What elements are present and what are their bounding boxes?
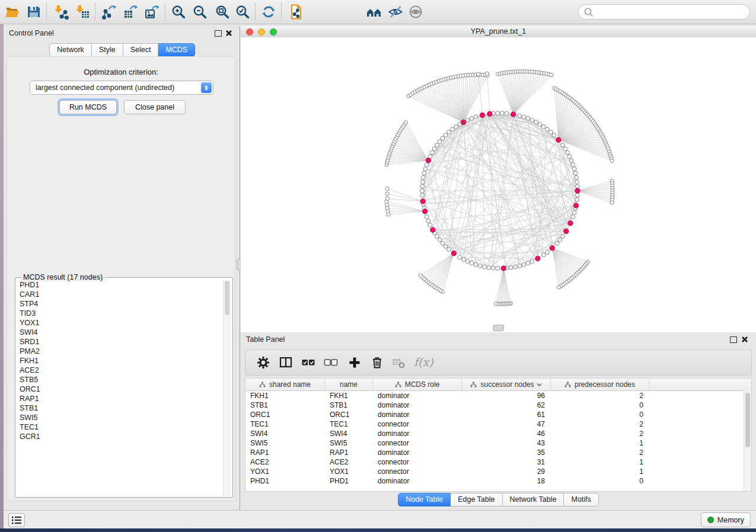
graph-node[interactable] <box>496 267 500 271</box>
graph-node[interactable] <box>428 223 432 227</box>
memory-button[interactable]: Memory <box>701 512 751 527</box>
graph-node[interactable] <box>385 192 389 196</box>
hide-selected-icon[interactable] <box>388 4 403 20</box>
graph-node[interactable] <box>441 136 445 140</box>
open-file-icon[interactable] <box>5 4 20 20</box>
toggle-columns-icon[interactable] <box>279 355 293 370</box>
table-row[interactable]: ACE2ACE2connector311 <box>245 457 751 467</box>
graph-node[interactable] <box>435 235 439 239</box>
tab-network[interactable]: Network <box>49 43 92 57</box>
graph-node[interactable] <box>425 215 429 219</box>
mcds-result-item[interactable]: SWI5 <box>17 413 223 422</box>
column-header-shared-name[interactable]: shared name <box>245 379 325 390</box>
graph-node[interactable] <box>478 264 482 268</box>
graph-node[interactable] <box>569 159 573 163</box>
tab-network-table[interactable]: Network Table <box>503 493 564 507</box>
table-row[interactable]: YOX1YOX1connector291 <box>245 467 751 476</box>
graph-node[interactable] <box>522 262 526 267</box>
search-input[interactable] <box>596 7 745 17</box>
graph-node[interactable] <box>432 147 436 151</box>
graph-node[interactable] <box>550 73 553 76</box>
graph-hub-node[interactable] <box>564 229 569 233</box>
graph-node[interactable] <box>423 167 428 171</box>
graph-hub-node[interactable] <box>568 221 573 226</box>
task-history-button[interactable] <box>8 513 25 527</box>
graph-node[interactable] <box>555 241 559 245</box>
criterion-select[interactable]: largest connected component (undirected) <box>30 81 213 95</box>
graph-node[interactable] <box>557 286 561 289</box>
graph-node[interactable] <box>575 175 579 180</box>
graph-node[interactable] <box>548 130 553 134</box>
table-row[interactable]: SWI4SWI4dominator462 <box>245 429 751 438</box>
refresh-layout-icon[interactable] <box>261 4 276 20</box>
float-panel-icon[interactable] <box>215 30 222 37</box>
graph-node[interactable] <box>422 175 426 180</box>
graph-node[interactable] <box>526 261 530 265</box>
graph-node[interactable] <box>491 266 495 270</box>
graph-hub-node[interactable] <box>487 111 492 116</box>
table-row[interactable]: FKH1FKH1dominator962 <box>245 391 751 400</box>
mcds-result-item[interactable]: GCR1 <box>17 432 223 441</box>
export-table-icon[interactable] <box>123 4 139 20</box>
graph-node[interactable] <box>542 125 546 129</box>
horizontal-splitter-handle[interactable] <box>493 325 504 331</box>
import-network-icon[interactable] <box>53 4 69 20</box>
graph-node[interactable] <box>483 265 487 269</box>
graph-node[interactable] <box>438 140 442 144</box>
graph-node[interactable] <box>561 235 565 239</box>
graph-hub-node[interactable] <box>426 158 430 163</box>
graph-node[interactable] <box>385 197 389 200</box>
graph-hub-node[interactable] <box>451 251 456 255</box>
select-all-icon[interactable] <box>301 355 315 370</box>
graph-node[interactable] <box>447 248 451 252</box>
graph-node[interactable] <box>421 180 425 184</box>
export-network-icon[interactable] <box>102 4 117 20</box>
graph-hub-node[interactable] <box>461 120 465 124</box>
mcds-result-item[interactable]: ACE2 <box>17 366 223 375</box>
graph-node[interactable] <box>420 193 425 197</box>
column-header-successor-nodes[interactable]: successor nodes <box>462 379 551 390</box>
graph-node[interactable] <box>575 193 579 197</box>
close-panel-button[interactable]: Close panel <box>124 100 186 114</box>
graph-node[interactable] <box>451 127 455 132</box>
add-column-icon[interactable] <box>347 355 362 370</box>
graph-node[interactable] <box>462 258 466 262</box>
import-table-icon[interactable] <box>75 4 90 20</box>
graph-node[interactable] <box>534 120 538 124</box>
graph-node[interactable] <box>444 245 448 249</box>
graph-node[interactable] <box>438 238 442 242</box>
graph-node[interactable] <box>509 265 513 270</box>
table-row[interactable]: RAP1RAP1dominator352 <box>245 448 751 457</box>
graph-node[interactable] <box>572 167 576 171</box>
graph-node[interactable] <box>566 150 570 155</box>
graph-node[interactable] <box>454 125 458 129</box>
graph-node[interactable] <box>563 147 567 151</box>
close-panel-icon[interactable] <box>225 30 232 37</box>
graph-hub-node[interactable] <box>535 256 540 261</box>
graph-hub-node[interactable] <box>423 209 428 214</box>
graph-hub-node[interactable] <box>420 199 425 204</box>
mcds-result-item[interactable]: TID3 <box>17 309 223 318</box>
graph-node[interactable] <box>426 219 430 223</box>
deselect-all-icon[interactable] <box>324 355 338 370</box>
table-row[interactable]: PHD1PHD1dominator180 <box>245 476 751 486</box>
mcds-result-item[interactable]: STB1 <box>17 403 223 413</box>
tab-style[interactable]: Style <box>92 43 123 57</box>
graph-node[interactable] <box>558 238 562 242</box>
mcds-result-item[interactable]: STB5 <box>17 375 223 384</box>
graph-node[interactable] <box>470 117 474 121</box>
graph-node[interactable] <box>518 264 522 268</box>
graph-node[interactable] <box>485 72 489 75</box>
graph-hub-node[interactable] <box>575 188 580 193</box>
graph-node[interactable] <box>420 184 425 188</box>
tab-select[interactable]: Select <box>123 43 159 57</box>
mcds-result-item[interactable]: YOX1 <box>17 318 223 328</box>
column-header-mcds-role[interactable]: MCDS role <box>373 379 462 390</box>
graph-node[interactable] <box>494 302 497 306</box>
graph-node[interactable] <box>474 262 478 267</box>
graph-node[interactable] <box>538 122 542 126</box>
run-mcds-button[interactable]: Run MCDS <box>59 100 117 114</box>
graph-node[interactable] <box>420 189 425 193</box>
result-list-scrollbar[interactable] <box>223 280 231 496</box>
graph-node[interactable] <box>500 111 504 116</box>
